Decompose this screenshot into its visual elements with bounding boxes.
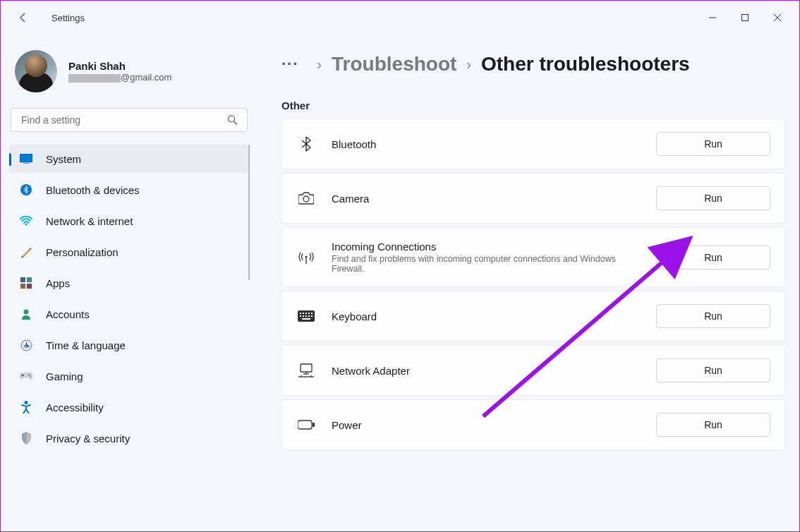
nav-list: System Bluetooth & devices Network & int… xyxy=(9,145,249,452)
section-heading: Other xyxy=(281,99,785,111)
breadcrumb-current: Other troubleshooters xyxy=(481,53,690,75)
profile-name: Panki Shah xyxy=(68,60,171,72)
antenna-icon xyxy=(296,250,316,265)
svg-point-13 xyxy=(24,310,29,315)
svg-rect-32 xyxy=(308,315,310,317)
nav-label: Network & internet xyxy=(46,215,133,227)
window-title: Settings xyxy=(51,13,85,23)
svg-rect-26 xyxy=(305,313,307,314)
nav-item-system[interactable]: System xyxy=(9,145,249,173)
svg-rect-4 xyxy=(20,154,32,162)
system-icon xyxy=(19,152,33,166)
close-button[interactable] xyxy=(761,6,794,29)
breadcrumb-overflow[interactable]: ··· xyxy=(281,55,298,73)
row-title: Keyboard xyxy=(332,310,656,322)
nav-label: Gaming xyxy=(46,370,83,382)
nav-label: Accounts xyxy=(46,308,90,320)
row-title: Camera xyxy=(332,193,656,205)
svg-rect-33 xyxy=(311,315,313,317)
chevron-right-icon: › xyxy=(466,56,471,73)
accounts-icon xyxy=(19,307,33,321)
maximize-button[interactable] xyxy=(729,6,761,29)
row-title: Incoming Connections xyxy=(332,241,656,253)
keyboard-icon xyxy=(296,310,316,322)
svg-rect-1 xyxy=(742,15,749,21)
troubleshooter-row-incoming: Incoming Connections Find and fix proble… xyxy=(281,227,785,287)
network-adapter-icon xyxy=(296,363,316,377)
svg-rect-29 xyxy=(300,315,301,317)
nav-item-personalization[interactable]: Personalization xyxy=(9,238,249,266)
run-button[interactable]: Run xyxy=(656,358,770,382)
svg-rect-9 xyxy=(20,277,25,282)
profile-email: @gmail.com xyxy=(68,72,171,83)
battery-icon xyxy=(296,420,316,430)
run-button[interactable]: Run xyxy=(656,132,770,156)
svg-rect-27 xyxy=(308,313,310,314)
svg-rect-10 xyxy=(27,277,32,282)
troubleshooter-row-network-adapter: Network Adapter Run xyxy=(281,345,785,396)
svg-rect-24 xyxy=(300,313,301,314)
nav-item-accounts[interactable]: Accounts xyxy=(9,300,249,328)
row-title: Network Adapter xyxy=(332,365,656,377)
breadcrumb-parent[interactable]: Troubleshoot xyxy=(332,53,456,75)
nav-label: Accessibility xyxy=(46,401,104,413)
nav-label: Bluetooth & devices xyxy=(46,184,140,196)
svg-rect-25 xyxy=(303,313,304,314)
bluetooth-icon xyxy=(19,183,33,197)
clock-icon xyxy=(19,338,33,352)
nav-item-accessibility[interactable]: Accessibility xyxy=(9,393,249,421)
svg-rect-31 xyxy=(305,315,307,317)
svg-point-17 xyxy=(28,374,30,375)
run-button[interactable]: Run xyxy=(656,246,770,270)
nav-label: Time & language xyxy=(46,339,126,351)
svg-point-18 xyxy=(30,375,31,377)
minimize-button[interactable] xyxy=(696,6,729,29)
svg-rect-42 xyxy=(313,423,315,427)
run-button[interactable]: Run xyxy=(656,304,770,328)
bluetooth-icon xyxy=(296,136,316,152)
svg-line-3 xyxy=(234,121,238,125)
svg-rect-28 xyxy=(311,313,313,314)
svg-point-20 xyxy=(303,196,309,202)
row-title: Power xyxy=(332,419,656,431)
nav-item-time[interactable]: Time & language xyxy=(9,331,249,359)
chevron-right-icon: › xyxy=(317,56,322,73)
nav-label: Apps xyxy=(46,277,70,289)
sidebar: Panki Shah @gmail.com System Bluetooth &… xyxy=(1,35,256,531)
back-button[interactable] xyxy=(12,6,35,29)
nav-item-bluetooth[interactable]: Bluetooth & devices xyxy=(9,176,249,204)
nav-label: Personalization xyxy=(46,246,119,258)
gaming-icon xyxy=(19,369,33,383)
troubleshooter-row-keyboard: Keyboard Run xyxy=(281,291,785,341)
run-button[interactable]: Run xyxy=(656,413,770,437)
avatar xyxy=(15,50,57,92)
sidebar-scrollbar[interactable] xyxy=(248,145,250,280)
search-icon xyxy=(227,115,238,126)
nav-label: System xyxy=(46,153,81,165)
search-input[interactable] xyxy=(11,108,248,132)
window-caption-buttons xyxy=(696,6,794,29)
row-desc: Find and fix problems with incoming comp… xyxy=(332,254,635,274)
apps-icon xyxy=(19,276,33,290)
camera-icon xyxy=(296,192,316,205)
svg-point-2 xyxy=(229,116,235,122)
svg-rect-11 xyxy=(20,284,25,289)
svg-rect-30 xyxy=(303,315,304,317)
shield-icon xyxy=(19,431,33,445)
nav-label: Privacy & security xyxy=(46,433,130,445)
nav-item-privacy[interactable]: Privacy & security xyxy=(9,424,249,452)
nav-active-indicator xyxy=(9,153,11,166)
personalization-icon xyxy=(19,245,33,259)
run-button[interactable]: Run xyxy=(656,186,770,210)
search-box[interactable] xyxy=(11,108,248,132)
troubleshooter-row-bluetooth: Bluetooth Run xyxy=(281,119,785,169)
titlebar: Settings xyxy=(1,1,799,35)
nav-item-gaming[interactable]: Gaming xyxy=(9,362,249,390)
main-content: ··· › Troubleshoot › Other troubleshoote… xyxy=(256,35,799,531)
svg-rect-34 xyxy=(302,318,310,320)
nav-item-network[interactable]: Network & internet xyxy=(9,207,249,235)
nav-item-apps[interactable]: Apps xyxy=(9,269,249,297)
row-title: Bluetooth xyxy=(332,138,656,150)
svg-rect-41 xyxy=(298,421,312,429)
profile-block[interactable]: Panki Shah @gmail.com xyxy=(9,42,249,108)
